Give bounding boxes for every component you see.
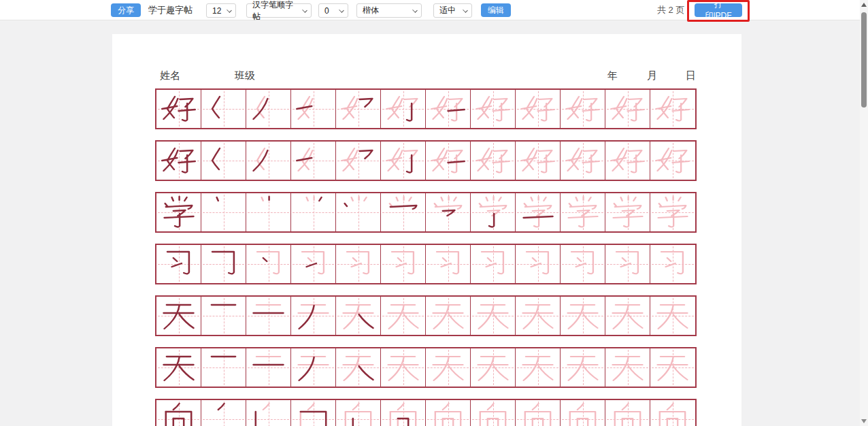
- grid-cell: [561, 193, 605, 231]
- character-glyph: [609, 144, 646, 178]
- grid-cell: [336, 245, 381, 283]
- character-glyph: [160, 402, 197, 426]
- character-glyph: [250, 247, 287, 281]
- character-glyph: [295, 144, 332, 178]
- grid-cell: [471, 90, 516, 128]
- character-glyph: [429, 195, 467, 229]
- font-size-select[interactable]: 12: [206, 3, 236, 18]
- character-glyph: [160, 144, 197, 178]
- character-glyph: [295, 92, 332, 126]
- grid-cell: [246, 193, 291, 231]
- grid-cell: [471, 142, 516, 180]
- character-glyph: [564, 247, 601, 281]
- edit-button[interactable]: 编辑: [481, 3, 511, 17]
- offset-value: 0: [324, 6, 329, 16]
- grid-cell: [381, 348, 426, 387]
- sheet-type-select[interactable]: 汉字笔顺字帖: [246, 3, 312, 18]
- character-glyph: [384, 247, 422, 281]
- scrollbar-thumb[interactable]: [861, 12, 867, 108]
- grid-cell: [426, 348, 471, 387]
- density-select[interactable]: 适中: [433, 3, 472, 18]
- character-glyph: [295, 247, 332, 281]
- character-glyph: [474, 195, 512, 229]
- character-glyph: [295, 350, 332, 384]
- grid-cell: [516, 142, 561, 180]
- vertical-scrollbar[interactable]: [860, 0, 868, 426]
- character-glyph: [474, 247, 512, 281]
- grid-cell: [336, 348, 381, 387]
- year-label: 年: [607, 69, 618, 82]
- grid-cell: [156, 142, 201, 180]
- chevron-down-icon: [227, 7, 232, 13]
- character-glyph: [339, 350, 377, 384]
- character-glyph: [474, 92, 512, 126]
- font-size-value: 12: [212, 6, 221, 16]
- character-glyph: [519, 402, 556, 426]
- grid-cell: [605, 400, 650, 426]
- offset-select[interactable]: 0: [318, 3, 348, 18]
- grid-cell: [561, 142, 605, 180]
- grid-cell: [650, 348, 695, 387]
- grid-cell: [336, 297, 381, 335]
- grid-row: [155, 244, 697, 284]
- grid-cell: [381, 142, 426, 180]
- share-button[interactable]: 分享: [111, 3, 141, 17]
- grid-cell: [291, 400, 336, 426]
- grid-cell: [291, 348, 336, 387]
- worksheet-page: 姓名 班级 年 月 日: [112, 34, 741, 426]
- character-glyph: [339, 92, 377, 126]
- chevron-down-icon: [412, 7, 418, 13]
- grid-cell: [471, 193, 516, 231]
- grid-cell: [156, 245, 201, 283]
- grid-cell: [605, 245, 650, 283]
- grid-cell: [291, 297, 336, 335]
- grid-cell: [650, 245, 695, 283]
- grid-cell: [426, 90, 471, 128]
- character-glyph: [609, 247, 646, 281]
- grid-cell: [291, 245, 336, 283]
- print-pdf-button[interactable]: 打印|PDF: [695, 3, 742, 17]
- scroll-down-icon[interactable]: [861, 419, 867, 423]
- character-glyph: [205, 402, 242, 426]
- character-glyph: [564, 144, 601, 178]
- character-glyph: [654, 92, 691, 126]
- grid-cell: [291, 193, 336, 231]
- grid-cell: [156, 193, 201, 231]
- grid-cell: [650, 142, 695, 180]
- character-glyph: [339, 402, 377, 426]
- character-glyph: [564, 92, 601, 126]
- character-glyph: [429, 299, 467, 333]
- scroll-up-icon[interactable]: [861, 3, 867, 7]
- grid-cell: [246, 90, 291, 128]
- grid-row: [155, 88, 697, 129]
- grid-cell: [516, 400, 561, 426]
- character-glyph: [339, 195, 377, 229]
- character-glyph: [205, 92, 242, 126]
- grid-cell: [156, 90, 201, 128]
- grid-cell: [201, 297, 246, 335]
- character-glyph: [609, 92, 646, 126]
- grid-cell: [650, 90, 695, 128]
- chevron-down-icon: [463, 7, 468, 13]
- character-glyph: [609, 195, 646, 229]
- character-glyph: [250, 299, 287, 333]
- character-glyph: [295, 402, 332, 426]
- grid-cell: [201, 348, 246, 387]
- character-glyph: [429, 402, 467, 426]
- grid-cell: [605, 297, 650, 335]
- grid-cell: [561, 297, 605, 335]
- sheet-type-value: 汉字笔顺字帖: [252, 0, 297, 22]
- grid-row: [155, 295, 697, 336]
- font-family-select[interactable]: 楷体: [356, 3, 422, 18]
- grid-cell: [156, 400, 201, 426]
- name-field-label: 姓名: [160, 69, 180, 82]
- chevron-down-icon: [302, 7, 307, 13]
- grid-cell: [336, 400, 381, 426]
- character-glyph: [654, 350, 691, 384]
- grid-cell: [426, 400, 471, 426]
- grid-cell: [471, 245, 516, 283]
- page-count-label: 共 2 页: [657, 3, 684, 17]
- character-glyph: [654, 247, 691, 281]
- character-glyph: [654, 299, 691, 333]
- character-glyph: [429, 350, 467, 384]
